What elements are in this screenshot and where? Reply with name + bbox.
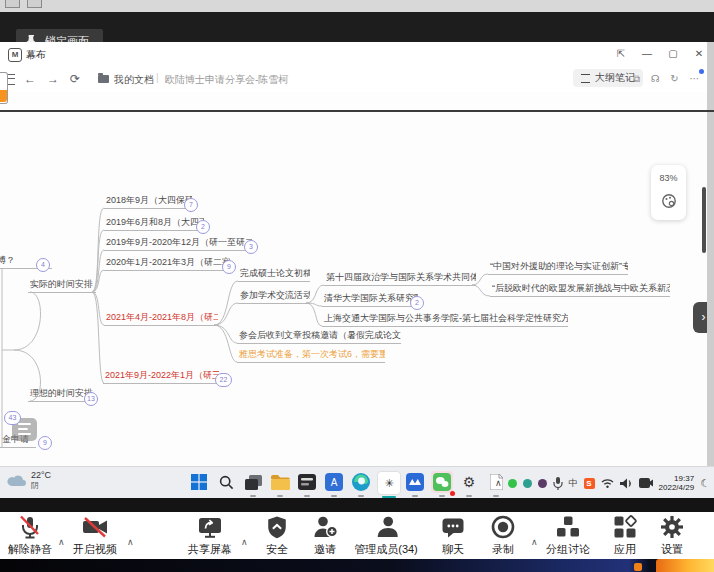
record-options-chevron[interactable]: ∧: [531, 537, 538, 547]
security-button[interactable]: 安全: [265, 514, 289, 557]
settings-button[interactable]: 设置: [659, 514, 685, 557]
record-icon: [490, 514, 516, 540]
wifi-icon[interactable]: [601, 478, 614, 488]
chat-bubble-icon: [440, 514, 466, 540]
edge-browser-icon[interactable]: [350, 471, 372, 493]
start-video-button[interactable]: 开启视频: [73, 514, 117, 557]
mubu-taskbar-icon[interactable]: ✳: [377, 471, 401, 495]
mindmap-node[interactable]: 参加学术交流活动: [238, 290, 310, 304]
wechat-badge: [450, 491, 455, 496]
task-view-icon[interactable]: [242, 471, 264, 493]
breakout-rooms-button[interactable]: 分组讨论: [546, 514, 590, 557]
collapsed-count-badge[interactable]: 43: [4, 411, 21, 425]
tray-app-icon[interactable]: [538, 479, 547, 488]
mindmap-node[interactable]: 2021年4月-2021年8月（研二下）: [104, 312, 218, 326]
unmute-button[interactable]: 解除静音: [8, 514, 52, 557]
window-pin-button[interactable]: ⇱: [613, 46, 629, 62]
mindmap-node[interactable]: “后脱欧时代的欧盟发展新挑战与中欧关系新态势”专题: [490, 283, 670, 297]
share-screen-button[interactable]: 共享屏幕: [188, 514, 232, 557]
share-options-chevron[interactable]: ∧: [241, 537, 248, 547]
mindmap-node[interactable]: 2021年9月-2022年1月（研三上）: [103, 370, 219, 384]
clock-date: 2022/4/29: [659, 483, 695, 492]
theme-palette-icon[interactable]: [661, 193, 677, 209]
wechat-icon[interactable]: [431, 471, 453, 493]
taskbar-clock[interactable]: 19:37 2022/4/29: [659, 474, 695, 492]
video-options-chevron[interactable]: ∧: [127, 537, 134, 547]
mindmap-node[interactable]: 2020年1月-2021年3月（研二寒假）: [104, 257, 230, 271]
dictionary-app-icon[interactable]: A: [323, 471, 345, 493]
refresh-button[interactable]: ⟳: [70, 71, 80, 87]
zoom-panel: 83%: [651, 165, 686, 220]
system-tray: ∧ 中 S 19:37 2022/4/29 ☾: [495, 470, 710, 496]
mindmap-node[interactable]: 实际的时间安排: [28, 279, 96, 293]
mindmap-node[interactable]: 完成硕士论文初稿: [238, 268, 310, 282]
ime-icon[interactable]: 中: [569, 477, 578, 490]
start-button[interactable]: [188, 471, 210, 493]
mindmap-node[interactable]: 雅思考试准备，第一次考试6，需要重新考: [237, 349, 385, 363]
record-button[interactable]: 录制: [490, 514, 516, 557]
node-count-badge[interactable]: 22: [215, 373, 232, 387]
settings-app-icon[interactable]: ⚙: [458, 471, 480, 493]
settings-gear-icon: [659, 514, 685, 540]
tray-wechat-icon[interactable]: [508, 479, 517, 488]
forward-button[interactable]: →: [47, 71, 59, 87]
screen-share-top-bar: 锁定画面: [0, 12, 714, 42]
vertical-scrollbar[interactable]: [702, 187, 706, 253]
microphone-tray-icon[interactable]: [553, 477, 563, 490]
meeting-window-edge: [0, 498, 714, 512]
hidden-icons-chevron[interactable]: ∧: [495, 478, 502, 488]
node-count-badge[interactable]: 4: [36, 258, 50, 272]
node-count-badge[interactable]: 2: [410, 296, 424, 310]
mubu-app-window: M 幕布 ⇱ — ▢ ✕ ← → ⟳ 我的文档 | 欧陆博士申请分享会-陈雪柯 …: [0, 42, 707, 466]
manage-members-button[interactable]: 管理成员(34): [354, 514, 418, 557]
taskbar-weather-widget[interactable]: 22°C 阴: [7, 470, 51, 490]
breakout-rooms-icon: [555, 514, 581, 540]
focus-assist-moon-icon[interactable]: ☾: [700, 477, 710, 490]
mindmap-node[interactable]: 2019年9月-2020年12月（研一至研二上）: [104, 237, 252, 251]
mindmap-node[interactable]: “中国对外援助的理论与实证创新”专题: [488, 261, 628, 275]
node-count-badge[interactable]: 2: [196, 220, 210, 234]
window-close-button[interactable]: ✕: [691, 46, 707, 62]
node-count-badge[interactable]: 13: [84, 392, 98, 406]
mindmap-node[interactable]: 上海交通大学国际与公共事务学院-第七届社会科学定性研究方法班: [322, 313, 568, 327]
mindmap-canvas[interactable]: 读博？ 4 实际的时间安排 2018年9月（大四保研） 7 2019年6月和8月…: [0, 92, 707, 466]
back-button[interactable]: ←: [24, 71, 36, 87]
invite-button[interactable]: 邀请: [312, 514, 338, 557]
search-icon[interactable]: [215, 471, 237, 493]
file-explorer-icon[interactable]: [269, 471, 291, 493]
mindmap-node[interactable]: 2019年6月和8月（大四下）: [104, 217, 204, 231]
breadcrumb-my-documents[interactable]: 我的文档: [114, 73, 154, 87]
camera-tray-icon[interactable]: [639, 478, 653, 488]
keyboard-app-icon[interactable]: [296, 471, 318, 493]
window-minimize-button[interactable]: —: [639, 46, 655, 62]
audio-options-chevron[interactable]: ∧: [58, 537, 65, 547]
clock-time: 19:37: [659, 474, 695, 483]
support-icon[interactable]: ☊: [648, 71, 663, 86]
node-count-badge[interactable]: 9: [38, 436, 52, 450]
mindmap-node[interactable]: 清华大学国际关系研究院: [322, 293, 418, 307]
background-desktop-strip: [0, 559, 714, 572]
share-icon[interactable]: ⧉: [629, 71, 644, 86]
weather-temp: 22°C: [31, 470, 51, 481]
meeting-app-icon[interactable]: [404, 471, 426, 493]
node-count-badge[interactable]: 7: [184, 198, 198, 212]
document-title: 欧陆博士申请分享会-陈雪柯: [165, 73, 288, 87]
desktop-gutter: [707, 42, 714, 466]
sogou-ime-icon[interactable]: S: [584, 478, 595, 489]
mindmap-node[interactable]: 2018年9月（大四保研）: [104, 195, 192, 209]
folder-icon: [98, 75, 109, 83]
notification-dot: [699, 69, 704, 74]
window-title: 幕布: [26, 48, 46, 62]
node-count-badge[interactable]: 9: [222, 260, 236, 274]
weather-desc: 阴: [31, 481, 51, 490]
node-count-badge[interactable]: 3: [244, 240, 258, 254]
sync-icon[interactable]: ↻: [667, 71, 682, 86]
mindmap-node[interactable]: 参会后收到文章投稿邀请（暑假完成论文投稿）: [237, 330, 401, 344]
mindmap-node[interactable]: 第十四届政治学与国际关系学术共同体会议: [324, 272, 476, 286]
apps-button[interactable]: 应用: [612, 514, 638, 557]
tray-shield-icon[interactable]: [523, 479, 532, 488]
window-maximize-button[interactable]: ▢: [665, 46, 681, 62]
zoom-level[interactable]: 83%: [651, 173, 686, 183]
chat-button[interactable]: 聊天: [440, 514, 466, 557]
speaker-icon[interactable]: [620, 478, 633, 489]
